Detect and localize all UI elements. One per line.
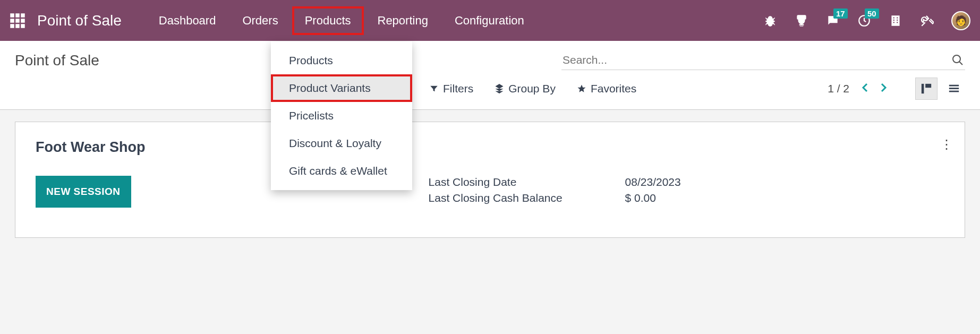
filter-area: Filters Group By Favorites (429, 82, 636, 95)
dropdown-product-variants[interactable]: Product Variants (271, 74, 412, 102)
svg-rect-21 (949, 88, 959, 89)
pager-text: 1 / 2 (828, 82, 849, 95)
groupby-button[interactable]: Group By (495, 82, 556, 95)
card-menu-icon[interactable]: ⋮ (940, 137, 953, 152)
nav-items: Dashboard Orders Products Reporting Conf… (146, 6, 537, 35)
pager-prev[interactable] (859, 81, 872, 96)
svg-rect-13 (893, 19, 894, 20)
nav-right: 17 50 🧑 (763, 11, 970, 30)
chat-icon[interactable]: 17 (826, 14, 840, 28)
groupby-label: Group By (508, 82, 556, 95)
card-info: Last Closing Date 08/23/2023 Last Closin… (429, 176, 681, 208)
svg-rect-15 (893, 22, 894, 23)
nav-configuration[interactable]: Configuration (442, 6, 537, 35)
dropdown-pricelists[interactable]: Pricelists (271, 102, 412, 130)
search-icon[interactable] (951, 54, 964, 66)
tools-icon[interactable] (920, 14, 934, 28)
svg-rect-19 (925, 84, 931, 88)
bug-icon[interactable] (763, 14, 777, 28)
products-dropdown: Products Product Variants Pricelists Dis… (271, 41, 412, 190)
top-navbar: Point of Sale Dashboard Orders Products … (0, 0, 980, 41)
kanban-view-icon[interactable] (915, 78, 938, 100)
pos-card: ⋮ Foot Wear Shop NEW SESSION Last Closin… (15, 122, 965, 238)
svg-rect-11 (893, 17, 894, 18)
closing-balance-value: $ 0.00 (625, 192, 656, 204)
svg-rect-3 (10, 19, 14, 23)
svg-rect-5 (21, 19, 25, 23)
control-panel: Point of Sale Filters Group By Favorites (0, 41, 980, 110)
svg-rect-8 (21, 24, 25, 28)
apps-icon[interactable] (10, 13, 25, 29)
filters-label: Filters (443, 82, 473, 95)
closing-date-value: 08/23/2023 (625, 176, 681, 189)
svg-rect-20 (949, 85, 959, 87)
svg-rect-10 (891, 15, 899, 26)
main-area: ⋮ Foot Wear Shop NEW SESSION Last Closin… (0, 110, 980, 250)
nav-reporting[interactable]: Reporting (365, 6, 441, 35)
svg-rect-14 (897, 19, 898, 20)
list-view-icon[interactable] (943, 78, 965, 100)
svg-point-17 (953, 55, 960, 63)
svg-rect-4 (15, 19, 20, 23)
phone-icon[interactable] (795, 14, 808, 28)
clock-badge: 50 (865, 8, 879, 19)
svg-rect-2 (21, 13, 25, 18)
filters-button[interactable]: Filters (429, 82, 473, 95)
dropdown-giftcards-ewallet[interactable]: Gift cards & eWallet (271, 157, 412, 185)
card-title: Foot Wear Shop (36, 139, 944, 156)
nav-products[interactable]: Products (292, 6, 364, 35)
building-icon[interactable] (889, 14, 902, 28)
svg-rect-16 (897, 22, 898, 23)
clock-icon[interactable]: 50 (857, 14, 871, 28)
svg-rect-6 (10, 24, 14, 28)
favorites-button[interactable]: Favorites (577, 82, 636, 95)
svg-rect-18 (922, 84, 924, 93)
page-title: Point of Sale (15, 52, 99, 69)
nav-dashboard[interactable]: Dashboard (146, 6, 229, 35)
svg-rect-1 (15, 13, 20, 18)
search-wrap (561, 50, 965, 70)
app-brand[interactable]: Point of Sale (37, 12, 122, 29)
user-avatar[interactable]: 🧑 (951, 11, 970, 30)
favorites-label: Favorites (591, 82, 636, 95)
pager-area: 1 / 2 (828, 78, 965, 100)
svg-rect-22 (949, 91, 959, 92)
new-session-button[interactable]: NEW SESSION (36, 176, 131, 208)
chat-badge: 17 (833, 8, 848, 19)
closing-date-label: Last Closing Date (429, 176, 625, 189)
svg-rect-0 (10, 13, 14, 18)
svg-rect-7 (15, 24, 20, 28)
svg-rect-12 (897, 17, 898, 18)
closing-balance-label: Last Closing Cash Balance (429, 192, 625, 204)
dropdown-discount-loyalty[interactable]: Discount & Loyalty (271, 130, 412, 157)
dropdown-products[interactable]: Products (271, 47, 412, 74)
view-switcher (915, 78, 965, 100)
nav-orders[interactable]: Orders (229, 6, 291, 35)
search-input[interactable] (563, 54, 951, 66)
pager-next[interactable] (877, 81, 890, 96)
